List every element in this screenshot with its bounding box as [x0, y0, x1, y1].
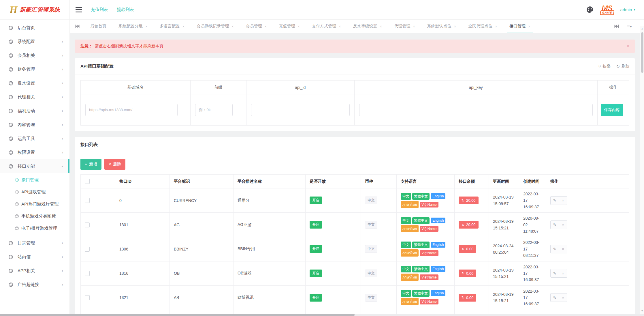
tab-item[interactable]: 多语言配置×: [157, 20, 187, 33]
tab-close-icon[interactable]: ×: [145, 25, 148, 28]
row-checkbox[interactable]: [85, 247, 90, 252]
scroll-tabs-left-icon[interactable]: [70, 20, 84, 33]
sidebar-item[interactable]: 接口功能›: [0, 159, 69, 173]
sidebar-item[interactable]: 内容管理›: [0, 118, 69, 132]
timestamp-line: 2024-03-19: [493, 194, 515, 200]
vertical-scrollbar[interactable]: ▲ ▼: [640, 26, 644, 314]
collapse-button[interactable]: » 折叠: [599, 64, 611, 69]
edit-button[interactable]: ✎: [550, 269, 559, 278]
save-button[interactable]: 保存内容: [601, 104, 623, 116]
balance-refresh-button[interactable]: ↻20.00: [459, 197, 479, 204]
tab-close-icon[interactable]: ×: [495, 25, 497, 28]
balance-refresh-button[interactable]: ↻20.00: [459, 221, 479, 229]
tab-item[interactable]: 后台首页: [88, 20, 109, 33]
sidebar-item[interactable]: 代理相关›: [0, 90, 69, 104]
tab-close-icon[interactable]: ×: [265, 25, 267, 28]
user-menu[interactable]: admin ▾: [620, 7, 635, 12]
tab-item[interactable]: 反水等级设置×: [351, 20, 385, 33]
sidebar-item[interactable]: 运营工具›: [0, 132, 69, 145]
tab-close-icon[interactable]: ×: [339, 25, 341, 28]
sidebar-subitem[interactable]: API游戏管理: [0, 186, 69, 198]
balance-refresh-button[interactable]: ↻0.00: [459, 294, 476, 302]
notice-close-icon[interactable]: ×: [626, 43, 629, 49]
palette-icon[interactable]: [586, 6, 594, 14]
recharge-list-link[interactable]: 充值列表: [91, 7, 108, 12]
row-checkbox-cell: [81, 237, 115, 261]
sidebar-item[interactable]: 权限设置›: [0, 145, 69, 159]
menu-circle-icon: [15, 227, 19, 230]
horizontal-scrollbar-thumb[interactable]: [0, 314, 355, 316]
menu-circle-icon: [9, 109, 13, 113]
remove-button[interactable]: ×: [559, 220, 567, 229]
sidebar-item-label: 日志管理: [18, 240, 35, 246]
tab-close-icon[interactable]: ×: [297, 25, 300, 28]
remove-button[interactable]: ×: [559, 196, 567, 205]
tab-item[interactable]: 代理管理×: [392, 20, 417, 33]
add-button[interactable]: + 新增: [80, 159, 101, 170]
tab-options-menu-icon[interactable]: ≡▾: [627, 23, 632, 29]
refresh-button[interactable]: ↻ 刷新: [616, 64, 629, 69]
sidebar-item[interactable]: 站内信›: [0, 250, 69, 264]
row-checkbox[interactable]: [85, 271, 90, 276]
scrollbar-up-icon[interactable]: ▲: [640, 27, 644, 30]
tab-item[interactable]: 支付方式管理×: [310, 20, 343, 33]
sidebar-item[interactable]: 反水设置›: [0, 76, 69, 90]
balance-refresh-button[interactable]: ↻0.00: [459, 270, 476, 277]
sidebar-submenu: 接口管理API游戏管理API热门游戏厅管理手机游戏分类图标电子/棋牌游戏管理: [0, 173, 69, 236]
timestamp-line: 00:25:04: [493, 249, 515, 255]
tab-close-icon[interactable]: ×: [231, 25, 234, 28]
horizontal-scrollbar[interactable]: [0, 314, 644, 316]
api-key-input[interactable]: [359, 104, 593, 116]
balance-refresh-button[interactable]: ↻0.00: [459, 245, 476, 253]
edit-button[interactable]: ✎: [550, 220, 559, 229]
edit-button[interactable]: ✎: [550, 196, 559, 205]
tab-item[interactable]: 全民代理点位×: [466, 20, 500, 33]
interface-id-cell: 1321: [115, 285, 170, 310]
tab-close-icon[interactable]: ×: [528, 25, 530, 28]
tab-item[interactable]: 充值管理×: [276, 20, 302, 33]
remove-button[interactable]: ×: [559, 269, 567, 278]
sidebar-subitem[interactable]: API热门游戏厅管理: [0, 198, 69, 210]
tab-close-icon[interactable]: ×: [454, 25, 456, 28]
sidebar-item[interactable]: 系统配置›: [0, 35, 69, 48]
vertical-scrollbar-thumb[interactable]: [641, 32, 643, 73]
withdraw-list-link[interactable]: 提款列表: [117, 7, 134, 12]
select-all-checkbox[interactable]: [85, 179, 90, 184]
row-checkbox[interactable]: [85, 295, 90, 300]
row-checkbox[interactable]: [85, 222, 90, 227]
scrollbar-down-icon[interactable]: ▼: [640, 310, 644, 312]
remove-button[interactable]: ×: [559, 245, 567, 253]
tab-item[interactable]: 系统配置分组×: [116, 20, 150, 33]
edit-button[interactable]: ✎: [550, 245, 559, 253]
tab-item[interactable]: 会员游戏记录管理×: [194, 20, 236, 33]
sidebar-item[interactable]: 福利活动›: [0, 104, 69, 118]
sidebar-subitem[interactable]: 接口管理: [0, 174, 69, 186]
interface-id-cell: 1316: [115, 261, 170, 285]
sidebar-item[interactable]: 会员相关›: [0, 48, 69, 62]
prefix-input[interactable]: [195, 104, 233, 116]
api-id-input[interactable]: [251, 104, 350, 116]
sidebar-item[interactable]: 广告超链接›: [0, 278, 69, 291]
base-domain-input[interactable]: [85, 104, 178, 116]
sidebar-item[interactable]: 后台首页: [0, 21, 69, 35]
tab-item[interactable]: 接口管理×: [507, 20, 533, 33]
sidebar-item[interactable]: APP相关›: [0, 264, 69, 278]
remove-button[interactable]: ×: [559, 293, 567, 302]
sidebar-subitem[interactable]: 手机游戏分类图标: [0, 210, 69, 222]
sidebar-item[interactable]: 日志管理›: [0, 236, 69, 250]
sidebar-item-label: 内容管理: [18, 122, 35, 128]
tab-close-icon[interactable]: ×: [380, 25, 382, 28]
row-checkbox[interactable]: [85, 198, 90, 203]
tab-close-icon[interactable]: ×: [413, 25, 415, 28]
hamburger-menu-icon[interactable]: [76, 7, 82, 12]
scroll-tabs-right-icon[interactable]: [614, 24, 619, 28]
created-time-cell: 2022-03-1716:09:37: [519, 188, 546, 213]
tab-close-icon[interactable]: ×: [182, 25, 185, 28]
sidebar-subitem[interactable]: 电子/棋牌游戏管理: [0, 222, 69, 234]
tab-item[interactable]: 系统默认点位×: [425, 20, 459, 33]
refresh-icon: ↻: [462, 272, 464, 275]
sidebar-item[interactable]: 财务管理›: [0, 62, 69, 76]
delete-button[interactable]: × 删除: [104, 159, 125, 170]
tab-item[interactable]: 会员管理×: [244, 20, 269, 33]
edit-button[interactable]: ✎: [550, 293, 559, 302]
